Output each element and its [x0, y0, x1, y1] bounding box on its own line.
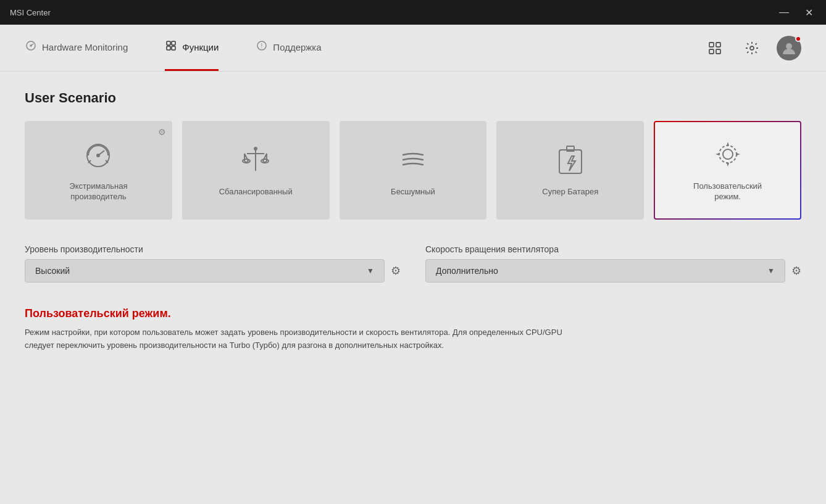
card-extreme-gear: ⚙ [158, 127, 166, 137]
section-title: User Scenario [25, 90, 801, 106]
card-silent[interactable]: Бесшумный [340, 121, 487, 220]
tab-functions[interactable]: Функции [165, 25, 219, 71]
fan-dropdown[interactable]: Дополнительно ▼ [425, 259, 785, 283]
settings-button[interactable] [740, 36, 764, 60]
card-custom[interactable]: Пользовательский режим. [654, 121, 801, 220]
nav-tabs: Hardware Monitoring Функции [25, 25, 322, 71]
extreme-icon [82, 138, 114, 175]
scenario-cards: ⚙ Экстримальнаяпроизводитель [25, 121, 801, 220]
custom-icon [712, 138, 744, 175]
card-balanced-label: Сбалансированный [219, 187, 293, 197]
card-balanced[interactable]: Сбалансированный [182, 121, 330, 220]
tab-support-label: Поддержка [273, 42, 321, 52]
performance-group: Уровень производительности Высокий ▼ ⚙ [25, 244, 401, 283]
performance-dropdown-arrow: ▼ [367, 266, 374, 275]
performance-dropdown[interactable]: Высокий ▼ [25, 259, 385, 283]
balanced-icon [240, 144, 272, 181]
performance-label: Уровень производительности [25, 244, 401, 254]
content-area: Hardware Monitoring Функции [0, 25, 826, 504]
svg-point-14 [786, 43, 792, 49]
main-content: User Scenario ⚙ [0, 72, 826, 504]
svg-point-26 [719, 146, 736, 163]
notification-dot [795, 36, 801, 42]
card-superbattery[interactable]: Супер Батарея [496, 121, 644, 220]
settings-icon [745, 41, 759, 56]
description-text: Режим настройки, при котором пользовател… [25, 326, 580, 352]
performance-gear-icon[interactable]: ⚙ [391, 264, 401, 278]
avatar-icon [781, 40, 797, 56]
apps-grid-icon [707, 41, 722, 56]
performance-row: Высокий ▼ ⚙ [25, 259, 401, 283]
avatar-container[interactable] [777, 36, 801, 60]
tab-hardware[interactable]: Hardware Monitoring [25, 25, 128, 71]
svg-text:!: ! [261, 43, 263, 49]
svg-point-22 [254, 147, 257, 150]
nav-right [703, 36, 801, 60]
support-icon: ! [256, 39, 268, 55]
apps-grid-button[interactable] [703, 36, 727, 60]
card-superbattery-label: Супер Батарея [542, 187, 598, 197]
nav-bar: Hardware Monitoring Функции [0, 25, 826, 72]
close-button[interactable]: ✕ [801, 5, 816, 20]
silent-icon [397, 144, 429, 181]
app-title: MSI Center [10, 8, 51, 17]
description-title: Пользовательский режим. [25, 307, 801, 320]
svg-rect-10 [716, 43, 720, 47]
superbattery-icon [557, 144, 584, 181]
svg-rect-11 [709, 49, 714, 54]
svg-point-20 [243, 159, 250, 163]
card-silent-label: Бесшумный [391, 187, 435, 197]
title-bar-controls: — ✕ [777, 5, 816, 20]
performance-value: Высокий [35, 266, 70, 276]
card-extreme-label: Экстримальнаяпроизводитель [69, 181, 127, 202]
svg-point-21 [261, 159, 269, 163]
svg-rect-12 [716, 49, 720, 54]
fan-value: Дополнительно [436, 266, 498, 276]
tab-functions-label: Функции [182, 42, 219, 52]
title-bar-left: MSI Center [10, 8, 51, 17]
svg-point-13 [750, 46, 754, 50]
minimize-button[interactable]: — [777, 5, 791, 20]
fan-group: Скорость вращения вентилятора Дополнител… [425, 244, 801, 283]
app-window: MSI Center — ✕ Hardware M [0, 0, 826, 504]
hardware-icon [25, 39, 37, 55]
svg-point-2 [30, 45, 31, 46]
svg-point-17 [97, 154, 99, 157]
tab-hardware-label: Hardware Monitoring [42, 42, 128, 52]
fan-dropdown-arrow: ▼ [767, 266, 775, 275]
svg-rect-6 [172, 46, 175, 50]
functions-icon [165, 39, 177, 55]
svg-rect-4 [172, 41, 175, 45]
card-extreme[interactable]: ⚙ Экстримальнаяпроизводитель [25, 121, 172, 220]
dropdowns-section: Уровень производительности Высокий ▼ ⚙ С… [25, 244, 801, 283]
svg-rect-5 [167, 46, 170, 50]
svg-rect-9 [709, 43, 714, 47]
fan-gear-icon[interactable]: ⚙ [791, 264, 801, 278]
fan-row: Дополнительно ▼ ⚙ [425, 259, 801, 283]
fan-label: Скорость вращения вентилятора [425, 244, 801, 254]
description-section: Пользовательский режим. Режим настройки,… [25, 307, 801, 352]
tab-support[interactable]: ! Поддержка [256, 25, 321, 71]
title-bar: MSI Center — ✕ [0, 0, 826, 25]
card-custom-label: Пользовательский режим. [691, 181, 765, 202]
svg-rect-3 [167, 41, 170, 45]
svg-point-25 [723, 149, 733, 159]
